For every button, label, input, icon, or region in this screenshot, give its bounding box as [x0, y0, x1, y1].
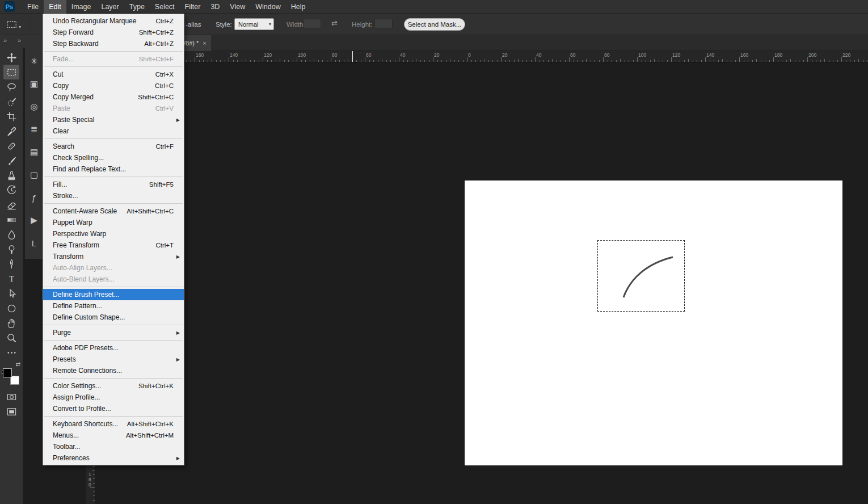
menu-item-fade[interactable]: Fade...Shift+Ctrl+F: [43, 53, 184, 65]
menubar-item-type[interactable]: Type: [124, 0, 150, 14]
menu-item-preferences[interactable]: Preferences▶: [43, 452, 184, 464]
blur-tool[interactable]: [3, 227, 19, 242]
menu-item-toolbar[interactable]: Toolbar...: [43, 441, 184, 452]
ruler-tick: [642, 60, 642, 62]
menu-item-search[interactable]: SearchCtrl+F: [43, 141, 184, 152]
actions-panel-icon[interactable]: ▶: [27, 209, 41, 232]
menu-item-fill[interactable]: Fill...Shift+F5: [43, 179, 184, 190]
adjustments-panel-icon[interactable]: ▣: [27, 73, 41, 95]
menu-item-adobe-pdf-presets[interactable]: Adobe PDF Presets...: [43, 342, 184, 354]
menu-item-menus[interactable]: Menus...Alt+Shift+Ctrl+M: [43, 430, 184, 441]
menu-item-convert-to-profile[interactable]: Convert to Profile...: [43, 403, 184, 414]
document-canvas[interactable]: [465, 180, 842, 465]
selection-marquee[interactable]: [597, 240, 685, 312]
type-tool[interactable]: T: [3, 271, 19, 286]
menu-item-step-forward[interactable]: Step ForwardShift+Ctrl+Z: [43, 27, 184, 38]
menu-item-check-spelling[interactable]: Check Spelling...: [43, 152, 184, 163]
swap-dimensions-icon[interactable]: ⇄: [331, 19, 338, 27]
menu-item-perspective-warp[interactable]: Perspective Warp: [43, 228, 184, 240]
menu-item-remote-connections[interactable]: Remote Connections...: [43, 365, 184, 376]
zoom-tool[interactable]: [3, 330, 19, 345]
menubar-item-3d[interactable]: 3D: [205, 0, 225, 14]
menu-item-cut[interactable]: CutCtrl+X: [43, 69, 184, 80]
menu-item-paste[interactable]: PasteCtrl+V: [43, 103, 184, 114]
paragraph-panel-icon[interactable]: ▢: [27, 163, 41, 186]
menu-item-find-and-replace-text[interactable]: Find and Replace Text...: [43, 163, 184, 175]
menubar-item-window[interactable]: Window: [250, 0, 285, 14]
ruler-tick: [284, 60, 285, 62]
screen-mode-button[interactable]: [3, 404, 19, 419]
ellipse-tool[interactable]: [3, 301, 19, 316]
expand-toolbar-icon[interactable]: »: [3, 37, 7, 44]
tool-preset-dropdown[interactable]: ▾: [6, 17, 26, 32]
expand-panels-icon[interactable]: »: [18, 37, 21, 44]
menu-item-clear[interactable]: Clear: [43, 125, 184, 137]
menu-item-undo-rectangular-marquee[interactable]: Undo Rectangular MarqueeCtrl+Z: [43, 15, 184, 27]
menu-item-define-brush-preset[interactable]: Define Brush Preset...: [43, 289, 184, 300]
clone-stamp-tool[interactable]: [3, 168, 19, 183]
quick-mask-button[interactable]: [3, 389, 19, 404]
menu-item-define-pattern[interactable]: Define Pattern...: [43, 300, 184, 312]
menu-item-define-custom-shape[interactable]: Define Custom Shape...: [43, 312, 184, 323]
menubar-item-edit[interactable]: Edit: [44, 0, 66, 14]
effects-panel-icon[interactable]: ƒ: [27, 186, 41, 209]
properties-panel-icon[interactable]: ✳: [27, 50, 41, 73]
menu-item-label: Assign Profile...: [53, 393, 184, 401]
menu-item-step-backward[interactable]: Step BackwardAlt+Ctrl+Z: [43, 38, 184, 49]
menubar-item-layer[interactable]: Layer: [96, 0, 124, 14]
menubar-item-image[interactable]: Image: [66, 0, 96, 14]
menubar-item-filter[interactable]: Filter: [180, 0, 206, 14]
dodge-tool[interactable]: [3, 242, 19, 257]
foreground-color-chip[interactable]: [3, 368, 12, 377]
menubar-item-help[interactable]: Help: [286, 0, 311, 14]
crop-tool[interactable]: [3, 109, 19, 124]
menu-item-content-aware-scale[interactable]: Content-Aware ScaleAlt+Shift+Ctrl+C: [43, 205, 184, 217]
menu-item-paste-special[interactable]: Paste Special▶: [43, 114, 184, 125]
select-and-mask-button[interactable]: Select and Mask...: [404, 18, 465, 31]
menu-item-color-settings[interactable]: Color Settings...Shift+Ctrl+K: [43, 380, 184, 392]
spot-healing-brush-tool[interactable]: [3, 138, 19, 153]
brush-settings-panel-icon[interactable]: ≣: [27, 118, 41, 141]
width-input[interactable]: [303, 19, 321, 29]
ruler-tick: [93, 474, 95, 475]
menu-item-stroke[interactable]: Stroke...: [43, 190, 184, 201]
height-input[interactable]: [374, 19, 393, 29]
path-selection-tool[interactable]: [3, 286, 19, 301]
menu-item-keyboard-shortcuts[interactable]: Keyboard Shortcuts...Alt+Shift+Ctrl+K: [43, 418, 184, 430]
menubar-item-select[interactable]: Select: [150, 0, 180, 14]
menu-item-presets[interactable]: Presets▶: [43, 354, 184, 365]
menubar-item-file[interactable]: File: [22, 0, 44, 14]
brush-tool[interactable]: [3, 153, 19, 168]
menu-item-auto-blend-layers[interactable]: Auto-Blend Layers...: [43, 274, 184, 285]
menu-item-auto-align-layers[interactable]: Auto-Align Layers...: [43, 262, 184, 274]
move-tool[interactable]: [3, 50, 19, 65]
rectangular-marquee-tool[interactable]: [3, 65, 19, 79]
swap-colors-icon[interactable]: ⇄: [16, 361, 20, 367]
eraser-tool[interactable]: [3, 198, 19, 212]
menubar-item-view[interactable]: View: [225, 0, 250, 14]
gradient-tool[interactable]: [3, 212, 19, 227]
menu-item-assign-profile[interactable]: Assign Profile...: [43, 392, 184, 403]
menu-item-puppet-warp[interactable]: Puppet Warp: [43, 217, 184, 228]
menu-item-copy-merged[interactable]: Copy MergedShift+Ctrl+C: [43, 91, 184, 103]
menu-item-copy[interactable]: CopyCtrl+C: [43, 80, 184, 91]
edit-toolbar-button[interactable]: [3, 345, 19, 360]
tab-close-icon[interactable]: ×: [203, 40, 206, 47]
horizontal-ruler[interactable]: 1601401201008060402002040608010012014016…: [95, 51, 868, 62]
history-brush-tool[interactable]: [3, 183, 19, 198]
menu-item-purge[interactable]: Purge▶: [43, 327, 184, 338]
hand-tool[interactable]: [3, 316, 19, 330]
pen-tool[interactable]: [3, 257, 19, 271]
ruler-tick: [565, 60, 566, 62]
clone-source-panel-icon[interactable]: ◎: [27, 95, 41, 118]
menu-item-transform[interactable]: Transform▶: [43, 251, 184, 262]
libraries-panel-icon[interactable]: L: [27, 232, 41, 254]
style-select[interactable]: Normal ▾: [234, 18, 274, 30]
character-panel-icon[interactable]: ▤: [27, 141, 41, 163]
lasso-tool[interactable]: [3, 79, 19, 94]
eyedropper-tool[interactable]: [3, 124, 19, 138]
menu-item-free-transform[interactable]: Free TransformCtrl+T: [43, 240, 184, 251]
quick-selection-tool[interactable]: [3, 94, 19, 109]
ruler-label: 40: [536, 52, 541, 58]
ruler-tick: [216, 60, 217, 62]
